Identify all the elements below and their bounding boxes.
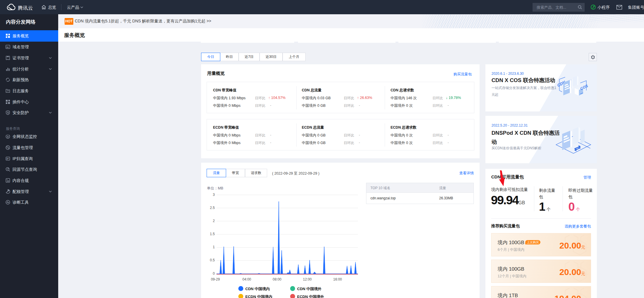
svg-text:IP: IP [7, 157, 9, 160]
svg-text:W.: W. [6, 46, 9, 49]
svg-text:COS: COS [579, 84, 588, 91]
